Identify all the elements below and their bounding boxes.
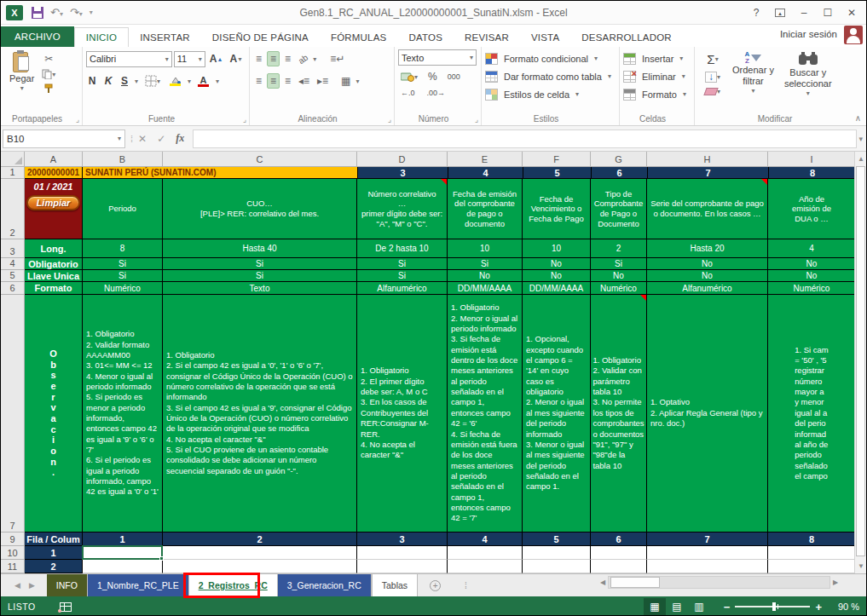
- column-header-E[interactable]: E: [448, 152, 523, 167]
- sheet-tab-1-nombre-rc-ple[interactable]: 1_Nombre_RC_PLE: [88, 574, 189, 596]
- cell-C10[interactable]: [163, 546, 357, 560]
- cell-H5[interactable]: No: [647, 270, 768, 282]
- cell-A5[interactable]: Llave Unica: [25, 270, 83, 282]
- redo-icon[interactable]: ↷▾: [70, 6, 83, 19]
- decrease-decimal-icon[interactable]: .00→: [425, 88, 448, 98]
- zoom-out-icon[interactable]: −: [724, 601, 731, 613]
- cell-A10[interactable]: 1: [25, 546, 83, 560]
- cell-B4[interactable]: Si: [83, 258, 163, 270]
- wrap-text-icon[interactable]: ≡↵: [327, 52, 347, 66]
- cell-I4[interactable]: No: [768, 258, 856, 270]
- cell-F5[interactable]: No: [523, 270, 591, 282]
- vertical-scroll-thumb[interactable]: [856, 166, 865, 556]
- cell-C2[interactable]: CUO… [PLE]> RER: correlativo del mes.: [163, 179, 357, 239]
- column-header-D[interactable]: D: [357, 152, 448, 167]
- cell-A6[interactable]: Formato: [25, 282, 83, 295]
- cell-B2[interactable]: Periodo: [83, 179, 163, 239]
- tab-archivo[interactable]: ARCHIVO: [1, 26, 74, 47]
- merge-center-icon[interactable]: ▦: [338, 74, 353, 88]
- column-header-C[interactable]: C: [163, 152, 357, 167]
- borders-icon[interactable]: ▾: [142, 74, 163, 88]
- increase-indent-icon[interactable]: ▸≡: [315, 74, 331, 88]
- cell-C11[interactable]: [163, 560, 357, 573]
- save-icon[interactable]: [32, 7, 43, 19]
- cell-B10[interactable]: [83, 546, 163, 560]
- cell-F10[interactable]: [523, 546, 591, 560]
- cell-H4[interactable]: No: [647, 258, 768, 270]
- cell-I9[interactable]: 8: [768, 533, 856, 546]
- cell-G7[interactable]: 1. Obligatorio 2. Validar con parámetro …: [591, 295, 647, 533]
- cell-A11[interactable]: 2: [25, 560, 83, 573]
- tab-vista[interactable]: VISTA: [520, 28, 570, 47]
- underline-button[interactable]: S: [118, 75, 130, 87]
- zoom-in-icon[interactable]: +: [815, 601, 822, 613]
- align-bottom-icon[interactable]: ≡: [282, 52, 293, 66]
- align-center-icon[interactable]: ≡: [267, 73, 280, 89]
- cell-C5[interactable]: Si: [163, 270, 357, 282]
- horizontal-scrollbar[interactable]: ◀ ▶: [598, 575, 841, 590]
- cell-H7[interactable]: 1. Optativo 2. Aplicar Regla General (ti…: [647, 295, 768, 533]
- cell-H11[interactable]: [647, 560, 768, 573]
- column-header-F[interactable]: F: [523, 152, 591, 167]
- next-sheet-icon[interactable]: ▶: [29, 581, 35, 590]
- minimize-icon[interactable]: –: [793, 3, 815, 22]
- cell-D11[interactable]: [357, 560, 448, 573]
- paste-button[interactable]: Pegar ▾: [4, 49, 39, 106]
- zoom-percentage[interactable]: 90 %: [827, 602, 859, 612]
- cell-I11[interactable]: [768, 560, 856, 573]
- horizontal-scroll-thumb[interactable]: [610, 577, 660, 588]
- tab-datos[interactable]: DATOS: [397, 28, 454, 47]
- page-layout-view-icon[interactable]: ▤: [666, 598, 688, 615]
- sign-in-link[interactable]: Iniciar sesión: [780, 29, 837, 39]
- font-family-select[interactable]: Calibri▾: [86, 51, 172, 67]
- cell-B5[interactable]: Si: [83, 270, 163, 282]
- cell-styles-button[interactable]: Estilos de celda: [501, 89, 572, 101]
- cell-F7[interactable]: 1. Opcional, excepto cuando el campo 6 =…: [523, 295, 591, 533]
- maximize-icon[interactable]: ☐: [817, 3, 839, 22]
- cell-G5[interactable]: No: [591, 270, 647, 282]
- cell-A9[interactable]: Fila / Colum: [25, 533, 83, 546]
- row-header-2[interactable]: 2: [1, 179, 25, 239]
- font-color-icon[interactable]: A: [195, 74, 211, 88]
- customize-qat-icon[interactable]: ▾: [90, 9, 93, 16]
- cell-E9[interactable]: 4: [448, 533, 523, 546]
- conditional-formatting-button[interactable]: Formato condicional: [501, 53, 591, 65]
- cell-E11[interactable]: [448, 560, 523, 573]
- cell-E6[interactable]: DD/MM/AAAA: [448, 282, 523, 295]
- confirm-entry-icon[interactable]: ✓: [157, 133, 165, 145]
- align-top-icon[interactable]: ≡: [253, 52, 264, 66]
- expand-formula-bar-icon[interactable]: ▾: [858, 135, 863, 143]
- bold-button[interactable]: N: [86, 75, 98, 87]
- cell-G10[interactable]: [591, 546, 647, 560]
- row-header-1[interactable]: 1: [1, 167, 25, 179]
- row-header-10[interactable]: 10: [1, 546, 25, 560]
- font-size-select[interactable]: 11▾: [174, 51, 205, 67]
- column-header-A[interactable]: A: [25, 152, 83, 167]
- cell-H2[interactable]: Serie del comprobante de pago o document…: [647, 179, 768, 239]
- cell-A2[interactable]: 01 / 2021Limpiar: [25, 179, 83, 239]
- cell-G11[interactable]: [591, 560, 647, 573]
- fill-color-icon[interactable]: [167, 76, 183, 87]
- alignment-dialog-launcher-icon[interactable]: ⌟: [388, 115, 391, 124]
- column-header-B[interactable]: B: [83, 152, 163, 167]
- cell-H6[interactable]: Alfanumérico: [647, 282, 768, 295]
- cell-C4[interactable]: Si: [163, 258, 357, 270]
- number-format-select[interactable]: Texto▾: [398, 49, 477, 66]
- row-header-3[interactable]: 3: [1, 239, 25, 258]
- decrease-indent-icon[interactable]: ◂≡: [296, 74, 312, 88]
- cell-H10[interactable]: [647, 546, 768, 560]
- tab-formulas[interactable]: FÓRMULAS: [320, 28, 398, 47]
- accounting-format-icon[interactable]: ▾: [398, 71, 420, 83]
- cell-F9[interactable]: 5: [523, 533, 591, 546]
- cell-F3[interactable]: 10: [523, 239, 591, 258]
- column-header-H[interactable]: H: [647, 152, 768, 167]
- row-header-9[interactable]: 9: [1, 533, 25, 546]
- cell-D5[interactable]: Si: [357, 270, 448, 282]
- italic-button[interactable]: K: [102, 75, 114, 87]
- undo-icon[interactable]: ↶▾: [50, 6, 63, 19]
- cell-I3[interactable]: 4: [768, 239, 856, 258]
- cell-G6[interactable]: Numérico: [591, 282, 647, 295]
- row-header-6[interactable]: 6: [1, 282, 25, 295]
- insert-function-icon[interactable]: fx: [176, 132, 184, 145]
- cell-C9[interactable]: 2: [163, 533, 357, 546]
